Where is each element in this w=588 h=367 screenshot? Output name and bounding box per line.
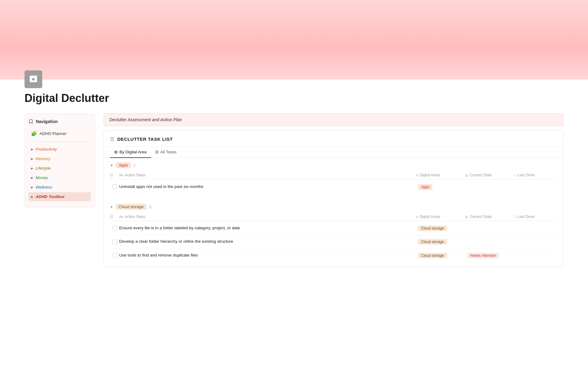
apps-group-count: 1 (134, 163, 136, 167)
col-header-digital-apps: ≡ Digital Areas (416, 173, 465, 177)
col-action-label-apps: Action Steps (125, 173, 145, 177)
task-text-cloud-1: Ensure every file is in a folder labeled… (119, 223, 416, 234)
task-text-1: Uninstall apps not used in the past six … (119, 181, 416, 192)
task-state-cloud-3: Needs Attention (465, 251, 514, 260)
col-action-label-cloud: Action Steps (125, 215, 145, 219)
col-digital-label-apps: Digital Areas (420, 173, 440, 177)
sidebar-item-productivity[interactable]: ▶ Productivity (28, 145, 91, 154)
sidebar-item-memory[interactable]: ▶ Memory (28, 154, 91, 163)
task-list-container: ☰ DECLUTTER TASK LIST ⊞ By Digital Area … (104, 130, 564, 267)
sub-header-text: Declutter Assessment and Action Plan (109, 117, 182, 122)
cloud-group-chevron[interactable]: ▼ (110, 205, 113, 209)
col-circle-icon-cloud: ◎ (465, 215, 468, 219)
task-done-1 (514, 185, 557, 188)
table-row: Use tools to find and remove duplicate f… (110, 249, 557, 262)
task-done-cloud-3 (514, 254, 557, 257)
task-list-header: ☰ DECLUTTER TASK LIST (104, 131, 563, 147)
badge-cloud-1: Cloud storage (418, 226, 447, 231)
sidebar-item-adhd-planner[interactable]: 🧩 ADHD Planner (28, 129, 91, 138)
col-digital-label-cloud: Digital Areas (420, 215, 440, 219)
sidebar-item-label-memory: Memory (36, 156, 51, 161)
sidebar-item-money[interactable]: ▶ Money (28, 173, 91, 182)
task-checkbox-cloud-3[interactable] (110, 252, 119, 259)
task-done-cloud-1 (514, 227, 557, 230)
col-state-label-cloud: Current State (470, 215, 492, 219)
adhd-planner-label: ADHD Planner (40, 131, 67, 136)
col-header-done-apps: □ Last Done (514, 173, 557, 177)
task-checkbox-1[interactable] (110, 183, 119, 190)
page-icon (24, 70, 42, 88)
sidebar-item-label-money: Money (36, 175, 48, 180)
checkbox-1[interactable] (112, 184, 117, 189)
col-header-state-apps: ◎ Current State (465, 173, 514, 177)
sidebar-divider (28, 141, 91, 142)
badge-cloud-2: Cloud storage (418, 239, 447, 245)
table-row: Ensure every file is in a folder labeled… (110, 222, 557, 235)
badge-attention-1: Needs Attention (467, 253, 499, 258)
task-digital-area-1: Apps (416, 183, 465, 191)
col-list-icon-apps: ≡ (416, 173, 418, 177)
badge-cloud-3: Cloud storage (418, 253, 447, 258)
apps-group-tag: Apps (116, 162, 131, 168)
sidebar-item-label-productivity: Productivity (36, 147, 57, 152)
bookmark-icon (28, 119, 33, 124)
cloud-group-tag: Cloud storage (116, 204, 147, 210)
apps-group: ▼ Apps 1 ☑ Aa Action Steps (104, 158, 563, 193)
col-header-action-cloud: Aa Action Steps (119, 215, 416, 219)
sidebar-item-label-wellness: Wellness (36, 185, 52, 189)
task-state-1 (465, 185, 514, 188)
sidebar-nav-label: Navigation (36, 119, 58, 124)
table-row: Develop a clear folder hierarchy or refi… (110, 235, 557, 249)
checkbox-cloud-2[interactable] (112, 239, 117, 244)
tab-by-digital-area[interactable]: ⊞ By Digital Area (110, 147, 151, 158)
apps-group-chevron[interactable]: ▼ (110, 163, 113, 167)
task-checkbox-cloud-2[interactable] (110, 238, 119, 245)
arrow-icon-memory: ▶ (31, 157, 33, 160)
hero-banner (0, 0, 588, 80)
tab-all-tasks[interactable]: ⊞ All Tasks (151, 147, 181, 158)
col-header-digital-cloud: ≡ Digital Areas (416, 215, 465, 219)
task-digital-area-cloud-1: Cloud storage (416, 224, 465, 232)
col-state-label-apps: Current State (470, 173, 492, 177)
arrow-icon-adhd-toolbox: ▶ (31, 195, 33, 198)
page-title: Digital Declutter (24, 92, 564, 105)
tabs: ⊞ By Digital Area ⊞ All Tasks (104, 147, 563, 158)
task-checkbox-cloud-1[interactable] (110, 225, 119, 232)
tab-label-all-tasks: All Tasks (160, 150, 177, 154)
content-area: Declutter Assessment and Action Plan ☰ D… (104, 113, 564, 267)
cloud-col-headers: ☑ Aa Action Steps ≡ Digital Areas ◎ Cu (110, 213, 557, 221)
task-list-icon: ☰ (110, 136, 114, 142)
task-digital-area-cloud-3: Cloud storage (416, 251, 465, 260)
sidebar-item-lifestyle[interactable]: ▶ Lifestyle (28, 164, 91, 173)
sidebar-item-label-adhd-toolbox: ADHD Toolbox (36, 194, 65, 199)
col-circle-icon-apps: ◎ (465, 173, 468, 177)
arrow-icon-wellness: ▶ (31, 186, 33, 189)
group-spacer (104, 193, 563, 200)
col-header-check-cloud: ☑ (110, 215, 119, 219)
tab-label-by-digital-area: By Digital Area (119, 150, 147, 154)
arrow-icon-money: ▶ (31, 176, 33, 179)
arrow-icon-lifestyle: ▶ (31, 167, 33, 170)
col-check-icon-cloud: ☑ (110, 215, 113, 219)
task-state-cloud-2 (465, 241, 514, 243)
col-list-icon-cloud: ≡ (416, 215, 418, 219)
checkbox-cloud-1[interactable] (112, 226, 117, 231)
col-header-done-cloud: □ Last Done (514, 215, 557, 219)
table-row: Uninstall apps not used in the past six … (110, 180, 557, 193)
task-list-title: DECLUTTER TASK LIST (117, 137, 173, 142)
col-cal-icon-apps: □ (514, 173, 516, 177)
col-cal-icon-cloud: □ (514, 215, 516, 219)
sidebar-item-label-lifestyle: Lifestyle (36, 166, 51, 170)
sidebar-item-adhd-toolbox[interactable]: ▶ ADHD Toolbox (28, 192, 91, 201)
sidebar-item-wellness[interactable]: ▶ Wellness (28, 183, 91, 192)
task-digital-area-cloud-2: Cloud storage (416, 238, 465, 246)
sub-header: Declutter Assessment and Action Plan (104, 113, 564, 126)
cloud-group-header: ▼ Cloud storage 3 (110, 204, 557, 210)
checkbox-cloud-3[interactable] (112, 253, 117, 258)
badge-apps-1: Apps (418, 184, 432, 190)
task-state-cloud-1 (465, 227, 514, 230)
apps-col-headers: ☑ Aa Action Steps ≡ Digital Areas ◎ Cu (110, 171, 557, 179)
cloud-group: ▼ Cloud storage 3 ☑ Aa Action Steps (104, 200, 563, 262)
task-done-cloud-2 (514, 241, 557, 243)
sidebar: Navigation 🧩 ADHD Planner ▶ Productivity… (24, 113, 95, 208)
